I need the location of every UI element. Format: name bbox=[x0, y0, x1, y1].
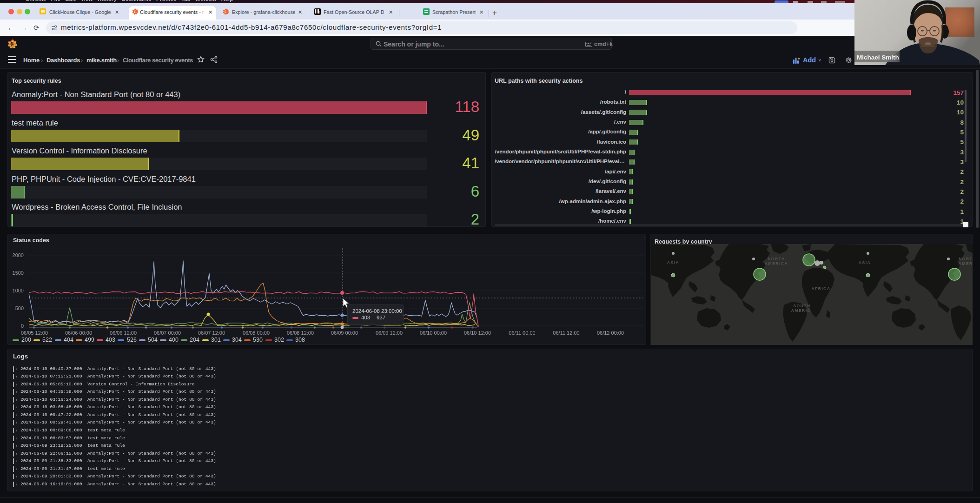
svg-text:ASIA: ASIA bbox=[667, 260, 679, 265]
svg-text:AMERIC: AMERIC bbox=[959, 261, 973, 266]
svg-text:NORTH: NORTH bbox=[959, 257, 973, 261]
svg-text:NORTH: NORTH bbox=[768, 257, 785, 261]
svg-text:Michael Smith: Michael Smith bbox=[857, 54, 899, 61]
svg-text:SOUTH: SOUTH bbox=[793, 304, 810, 308]
svg-text:AMERIC: AMERIC bbox=[791, 308, 811, 313]
svg-text:AMERICA: AMERICA bbox=[765, 261, 788, 266]
svg-text:AFRICA: AFRICA bbox=[811, 286, 830, 291]
svg-text:ASIA: ASIA bbox=[859, 260, 871, 265]
